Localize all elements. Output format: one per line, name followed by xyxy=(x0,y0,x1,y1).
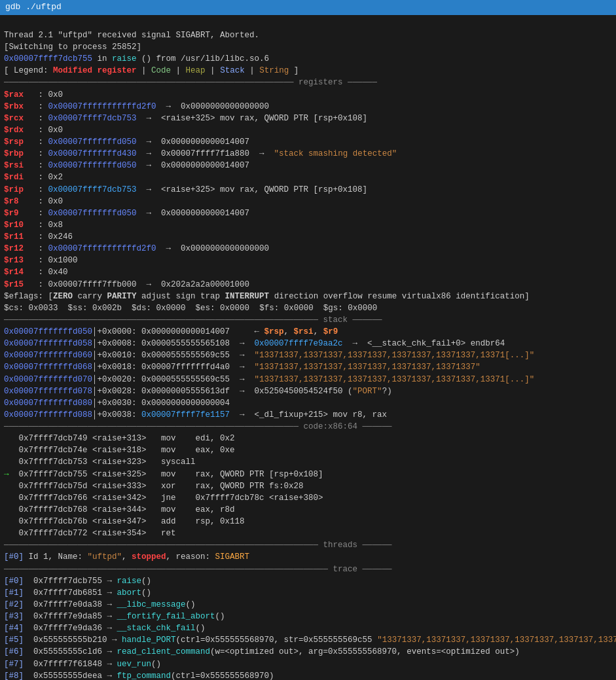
gdb-output: Thread 2.1 "uftpd" received signal SIGAB… xyxy=(0,15,616,680)
title-text: gdb ./uftpd xyxy=(0,0,616,15)
title-bar: gdb ./uftpd xyxy=(0,0,616,15)
signal-line: Thread 2.1 "uftpd" received signal SIGAB… xyxy=(4,31,616,680)
